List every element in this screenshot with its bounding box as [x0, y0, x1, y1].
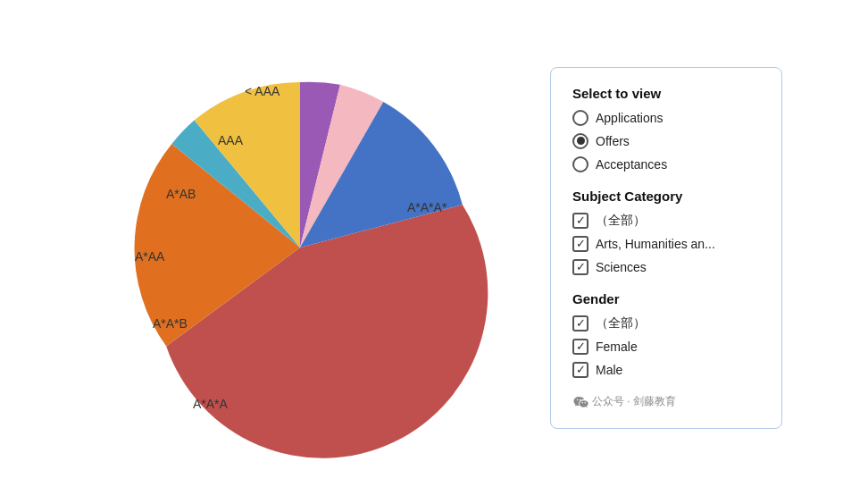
wechat-icon: [572, 394, 588, 410]
checkbox-label-gender-male: Male: [596, 363, 622, 377]
checkbox-label-subject-all: （全部）: [596, 213, 646, 229]
chart-area: A*A*A* A*A*A A*A*B A*AA A*AB AAA < AAA: [86, 33, 514, 462]
radio-label-offers: Offers: [596, 134, 630, 148]
checkbox-subject-arts[interactable]: ✓ Arts, Humanities an...: [572, 236, 760, 252]
watermark: 公众号 · 剑藤教育: [572, 394, 760, 410]
radio-inner-offers: [577, 137, 585, 145]
checkmark-gender-male: ✓: [576, 364, 586, 375]
checkbox-box-subject-sciences: ✓: [572, 259, 588, 275]
main-container: A*A*A* A*A*A A*A*B A*AA A*AB AAA < AAA S…: [0, 0, 868, 495]
radio-outer-applications: [572, 110, 588, 126]
radio-outer-offers: [572, 133, 588, 149]
pie-chart: A*A*A* A*A*A A*A*B A*AA A*AB AAA < AAA: [86, 33, 514, 462]
watermark-text: 公众号 · 剑藤教育: [592, 394, 676, 409]
checkbox-label-gender-female: Female: [596, 340, 638, 354]
label-astara: A*A*A: [193, 397, 229, 411]
checkbox-gender-female[interactable]: ✓ Female: [572, 339, 760, 355]
radio-acceptances[interactable]: Acceptances: [572, 156, 760, 172]
checkbox-gender-all[interactable]: ✓ （全部）: [572, 315, 760, 331]
label-astarab: A*AB: [166, 187, 196, 201]
view-options-group: Applications Offers Acceptances: [572, 110, 760, 172]
label-astarb: A*A*B: [153, 316, 188, 331]
subject-options-group: ✓ （全部） ✓ Arts, Humanities an... ✓ Scienc…: [572, 213, 760, 275]
radio-applications[interactable]: Applications: [572, 110, 760, 126]
checkbox-label-subject-arts: Arts, Humanities an...: [596, 237, 715, 251]
checkmark-subject-sciences: ✓: [576, 261, 586, 273]
label-astarastar: A*A*A*: [407, 200, 447, 214]
radio-offers[interactable]: Offers: [572, 133, 760, 149]
checkmark-subject-arts: ✓: [576, 238, 586, 249]
subject-category-title: Subject Category: [572, 189, 760, 204]
select-to-view-title: Select to view: [572, 86, 760, 101]
checkbox-box-gender-all: ✓: [572, 315, 588, 331]
checkbox-subject-sciences[interactable]: ✓ Sciences: [572, 259, 760, 275]
label-astaraa: A*AA: [135, 249, 165, 264]
checkbox-box-subject-arts: ✓: [572, 236, 588, 252]
label-less-aaa: < AAA: [245, 84, 280, 98]
checkbox-box-gender-male: ✓: [572, 362, 588, 378]
checkmark-subject-all: ✓: [576, 214, 586, 226]
gender-title: Gender: [572, 291, 760, 306]
radio-label-applications: Applications: [596, 111, 664, 125]
radio-outer-acceptances: [572, 156, 588, 172]
label-aaa: AAA: [218, 133, 244, 147]
checkbox-label-subject-sciences: Sciences: [596, 260, 647, 274]
checkbox-gender-male[interactable]: ✓ Male: [572, 362, 760, 378]
gender-options-group: ✓ （全部） ✓ Female ✓ Male: [572, 315, 760, 378]
checkmark-gender-all: ✓: [576, 317, 586, 329]
controls-panel: Select to view Applications Offers Accep…: [550, 67, 782, 429]
radio-label-acceptances: Acceptances: [596, 157, 667, 172]
checkbox-subject-all[interactable]: ✓ （全部）: [572, 213, 760, 229]
checkbox-box-subject-all: ✓: [572, 213, 588, 229]
checkmark-gender-female: ✓: [576, 340, 586, 352]
checkbox-label-gender-all: （全部）: [596, 315, 646, 331]
checkbox-box-gender-female: ✓: [572, 339, 588, 355]
